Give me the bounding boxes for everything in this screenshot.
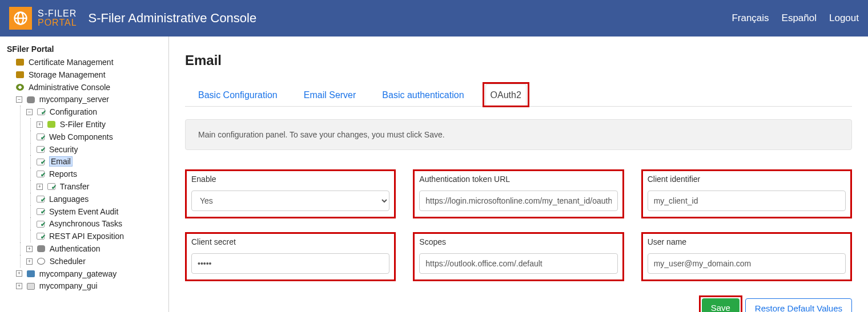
page-icon [37,171,45,177]
brand-bottom: PORTAL [38,18,77,27]
tree-item-gui[interactable]: + mycompany_gui [16,279,165,292]
tree-item-async-tasks[interactable]: Asynchronous Tasks [37,217,165,230]
tree-item-admin-console[interactable]: Administrative Console [16,81,165,94]
brand-top: S-FILER [38,9,77,18]
tree-label: Languages [49,195,89,204]
tree-item-server[interactable]: − mycompany_server − Configuration + S-F… [16,93,165,267]
tab-oauth2[interactable]: OAuth2 [485,84,527,107]
lang-es-link[interactable]: Español [782,13,817,24]
folder-icon [16,71,24,78]
page-icon [37,133,45,140]
tree-label: Reports [49,169,77,179]
server-icon [27,96,35,103]
tree-label: Certificate Management [29,58,114,67]
button-row: Save Restore Default Values [185,298,852,312]
input-auth-url[interactable] [419,191,617,211]
tree-item-storage-mgmt[interactable]: Storage Management [16,68,165,81]
expander-plus-icon[interactable]: + [26,246,33,252]
tree-label: Web Components [49,132,113,141]
input-client-id[interactable] [648,191,846,211]
page-icon [37,233,45,240]
expander-plus-icon[interactable]: + [26,258,33,265]
expander-plus-icon[interactable]: + [16,283,22,289]
tree-item-rest-api[interactable]: REST API Exposition [37,230,165,242]
form-grid: Enable Yes Authentication token URL Clie… [185,169,852,281]
tree-label: System Event Audit [49,206,118,216]
expander-minus-icon[interactable]: − [16,96,22,103]
info-banner: Main configuration panel. To save your c… [185,119,852,150]
page-icon [47,183,55,190]
save-button[interactable]: Save [702,298,740,312]
tree-label: Security [49,144,78,153]
tree-item-cert-mgmt[interactable]: Certificate Management [16,56,165,68]
label-client-id: Client identifier [648,175,846,184]
input-client-secret[interactable] [191,253,389,274]
tree-item-languages[interactable]: Languages [37,193,165,205]
input-username[interactable] [648,253,846,274]
field-client-secret: Client secret [185,232,396,281]
app-header: S-FILER PORTAL S-Filer Administrative Co… [0,0,868,37]
label-username: User name [648,237,846,246]
logout-link[interactable]: Logout [829,13,859,24]
page-icon [37,196,45,202]
tree-item-sys-event-audit[interactable]: System Event Audit [37,205,165,218]
sidebar-tree: SFiler Portal Certificate Management Sto… [0,37,169,312]
restore-defaults-button[interactable]: Restore Default Values [745,298,852,312]
tree-item-transfer[interactable]: + Transfer [37,180,165,193]
label-enable: Enable [191,175,389,184]
expander-plus-icon[interactable]: + [37,121,43,128]
label-client-secret: Client secret [191,237,389,246]
main-content: Email Basic Configuration Email Server B… [169,37,868,312]
page-title: Email [185,52,852,68]
field-enable: Enable Yes [185,169,396,218]
tree-item-email[interactable]: Email [37,155,165,168]
expander-plus-icon[interactable]: + [37,184,43,190]
field-username: User name [641,232,852,281]
lang-fr-link[interactable]: Français [732,13,769,24]
tree-item-scheduler[interactable]: + Scheduler [26,255,165,268]
entity-icon [47,121,55,128]
expander-plus-icon[interactable]: + [16,270,22,277]
tab-email-server[interactable]: Email Server [299,84,361,107]
gateway-icon [27,270,35,277]
config-icon [37,108,45,115]
expander-minus-icon[interactable]: − [26,109,33,115]
label-auth-url: Authentication token URL [419,175,617,184]
tree-label: Administrative Console [29,82,110,91]
tree-label: Storage Management [29,70,106,79]
tree-item-reports[interactable]: Reports [37,168,165,180]
tab-bar: Basic Configuration Email Server Basic a… [185,83,852,107]
gear-icon [16,84,24,91]
field-auth-url: Authentication token URL [413,169,624,218]
tree-item-security[interactable]: Security [37,143,165,156]
clock-icon [37,258,45,265]
tree-root[interactable]: SFiler Portal [6,44,165,54]
field-scopes: Scopes [413,232,624,281]
logo-icon [9,7,32,30]
select-enable[interactable]: Yes [191,191,389,211]
page-icon [37,208,45,215]
tree-label: mycompany_gui [39,281,98,290]
tree-item-web-components[interactable]: Web Components [37,131,165,143]
tree-item-sfiler-entity[interactable]: + S-Filer Entity [37,118,165,131]
tree-item-configuration[interactable]: − Configuration + S-Filer Entity We [26,106,165,242]
page-icon [37,221,45,228]
tab-basic-auth[interactable]: Basic authentication [377,84,469,107]
tree-item-gateway[interactable]: + mycompany_gateway [16,268,165,280]
tree-item-authentication[interactable]: + Authentication [26,242,165,255]
tab-basic-config[interactable]: Basic Configuration [193,84,283,107]
field-client-id: Client identifier [641,169,852,218]
tree-label: Authentication [50,244,101,253]
tree-label: mycompany_server [39,95,109,104]
tree-label: mycompany_gateway [39,269,116,278]
page-icon [37,159,45,165]
tree-label: Email [49,156,73,167]
tab-oauth2-label: OAuth2 [491,90,521,100]
app-title: S-Filer Administrative Console [89,11,257,26]
brand-text: S-FILER PORTAL [38,9,77,27]
folder-icon [16,59,24,66]
tree-label: REST API Exposition [49,232,124,241]
tree-label: Transfer [60,182,90,191]
tree-label: Asynchronous Tasks [49,219,122,228]
input-scopes[interactable] [419,253,617,274]
